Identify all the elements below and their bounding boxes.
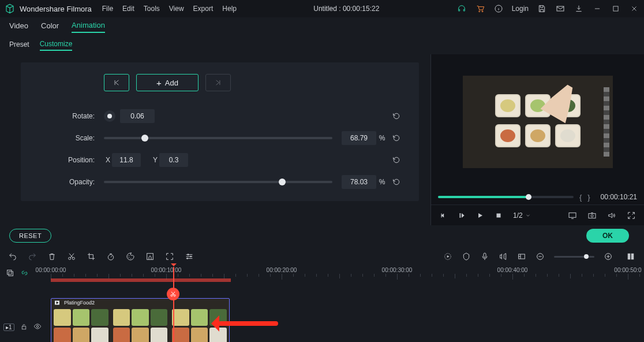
volume-icon[interactable] xyxy=(607,211,616,220)
svg-point-14 xyxy=(130,258,131,259)
ruler-label: 00:00:20:00 xyxy=(267,267,297,273)
playhead[interactable] xyxy=(173,267,174,342)
keyframe-buttons: +Add xyxy=(104,74,405,91)
svg-rect-6 xyxy=(569,213,576,217)
close-icon[interactable] xyxy=(629,3,639,14)
add-keyframe-button[interactable]: +Add xyxy=(136,74,199,91)
track-lock-icon[interactable] xyxy=(20,323,28,332)
render-region xyxy=(51,278,231,282)
zoom-fit-icon[interactable] xyxy=(626,251,636,262)
menu-view[interactable]: View xyxy=(169,5,184,13)
rotate-value[interactable]: 0.06 xyxy=(120,109,155,123)
fullscreen-icon[interactable] xyxy=(627,211,636,220)
login-button[interactable]: Login xyxy=(512,5,529,13)
minimize-icon[interactable] xyxy=(592,3,602,14)
step-back-icon[interactable] xyxy=(439,211,447,220)
ok-button[interactable]: OK xyxy=(586,229,629,243)
menu-bar: File Edit Tools View Export Help xyxy=(102,5,237,13)
redo-icon[interactable] xyxy=(28,252,37,261)
info-icon[interactable] xyxy=(493,3,504,14)
audio-mixer-icon[interactable] xyxy=(499,252,508,261)
rotate-dial[interactable] xyxy=(104,110,115,122)
playback-speed-selector[interactable]: 1/2 xyxy=(513,211,531,220)
menu-file[interactable]: File xyxy=(102,5,113,13)
play-icon[interactable] xyxy=(476,211,484,220)
preview-seekbar[interactable] xyxy=(438,196,574,198)
ruler-label: 00:00:10:00 xyxy=(151,267,182,273)
rotate-reset-icon[interactable] xyxy=(388,111,405,121)
zoom-out-icon[interactable] xyxy=(536,252,545,261)
menu-export[interactable]: Export xyxy=(193,5,214,13)
panel-action-row: RESET OK xyxy=(0,225,644,246)
reset-button[interactable]: RESET xyxy=(9,229,51,243)
stop-icon[interactable] xyxy=(495,211,503,220)
opacity-reset-icon[interactable] xyxy=(388,177,405,187)
clip-type-icon xyxy=(54,299,61,308)
subtab-preset[interactable]: Preset xyxy=(9,40,29,50)
zoom-in-icon[interactable] xyxy=(604,252,613,261)
scale-value[interactable]: 68.79 xyxy=(342,131,376,145)
display-icon[interactable] xyxy=(568,211,577,220)
tab-color[interactable]: Color xyxy=(41,21,59,32)
opacity-slider[interactable] xyxy=(104,181,332,183)
crop-icon[interactable] xyxy=(87,252,96,261)
mark-out-icon[interactable]: } xyxy=(587,193,590,202)
toolbar xyxy=(0,246,644,267)
rotate-label: Rotate: xyxy=(35,112,104,120)
svg-point-0 xyxy=(478,11,480,12)
mark-in-icon[interactable]: { xyxy=(579,193,582,202)
crop-zoom-icon[interactable] xyxy=(165,252,174,261)
delete-icon[interactable] xyxy=(47,252,57,261)
position-reset-icon[interactable] xyxy=(388,155,405,165)
mail-icon[interactable] xyxy=(555,3,566,14)
voiceover-icon[interactable] xyxy=(480,252,489,261)
keyframe-tool-icon[interactable] xyxy=(517,252,526,261)
svg-rect-3 xyxy=(557,6,564,11)
render-icon[interactable] xyxy=(443,252,452,261)
tab-video[interactable]: Video xyxy=(9,21,28,32)
track-number-icon[interactable]: ▸1 xyxy=(3,324,14,331)
speed-icon[interactable] xyxy=(106,252,115,261)
position-y-value[interactable]: 0.3 xyxy=(159,153,188,167)
position-x-value[interactable]: 11.8 xyxy=(112,153,141,167)
play-pause-icon[interactable] xyxy=(458,211,466,220)
scale-slider[interactable] xyxy=(104,137,332,139)
svg-rect-24 xyxy=(628,254,631,260)
preview-panel: { } 00:00:10:21 1/2 xyxy=(430,54,644,225)
cut-icon[interactable] xyxy=(67,252,76,261)
split-handle-icon[interactable] xyxy=(167,288,179,300)
svg-point-16 xyxy=(188,254,189,255)
clip-thumbs xyxy=(51,307,229,342)
maximize-icon[interactable] xyxy=(611,3,621,14)
undo-icon[interactable] xyxy=(8,252,17,261)
save-icon[interactable] xyxy=(537,3,547,14)
menu-edit[interactable]: Edit xyxy=(122,5,134,13)
subtab-customize[interactable]: Customize xyxy=(40,40,73,51)
preview-viewport xyxy=(431,54,644,189)
download-icon[interactable] xyxy=(574,3,584,14)
cart-icon[interactable] xyxy=(475,3,485,14)
color-icon[interactable] xyxy=(126,252,135,261)
zoom-slider[interactable] xyxy=(554,256,594,258)
snapshot-icon[interactable] xyxy=(587,211,597,220)
opacity-value[interactable]: 78.03 xyxy=(342,175,376,189)
marker-icon[interactable] xyxy=(462,252,471,261)
adjust-icon[interactable] xyxy=(185,252,194,261)
position-row: Position: X 11.8 Y 0.3 xyxy=(35,149,405,171)
tab-animation[interactable]: Animation xyxy=(72,21,105,33)
svg-point-18 xyxy=(186,258,188,259)
track-visibility-icon[interactable] xyxy=(33,322,42,332)
scale-unit: % xyxy=(376,134,388,142)
svg-rect-20 xyxy=(484,253,486,257)
opacity-label: Opacity: xyxy=(35,178,104,186)
menu-tools[interactable]: Tools xyxy=(144,5,160,13)
prev-keyframe-button[interactable] xyxy=(104,74,129,91)
svg-point-17 xyxy=(190,256,192,258)
next-keyframe-button[interactable] xyxy=(205,74,231,91)
svg-rect-30 xyxy=(22,326,26,329)
menu-help[interactable]: Help xyxy=(222,5,237,13)
green-screen-icon[interactable] xyxy=(145,252,155,261)
svg-point-13 xyxy=(129,257,129,258)
headset-icon[interactable] xyxy=(456,3,467,14)
scale-reset-icon[interactable] xyxy=(388,133,405,143)
